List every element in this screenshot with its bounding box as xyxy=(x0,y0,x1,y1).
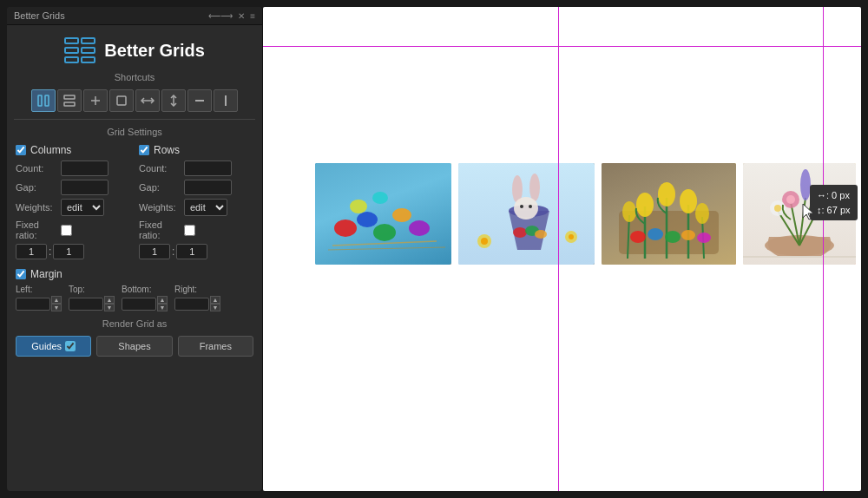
panel-titlebar: Better Grids ⟵⟶ ✕ ≡ xyxy=(7,7,262,25)
margin-top-spinners: ▲ ▼ xyxy=(104,296,115,311)
margin-top-input[interactable]: 100px xyxy=(69,298,103,311)
rows-ratio-input-1[interactable] xyxy=(139,244,170,259)
svg-line-25 xyxy=(328,247,445,250)
panel-logo: Better Grids xyxy=(7,25,262,72)
render-shapes-btn[interactable]: Shapes xyxy=(96,336,172,357)
margin-left-up[interactable]: ▲ xyxy=(51,296,62,304)
margin-bottom-spinners: ▲ ▼ xyxy=(157,296,168,311)
svg-point-17 xyxy=(334,220,357,237)
margin-right-input[interactable]: 100px xyxy=(174,298,209,311)
shortcut-minus-btn[interactable] xyxy=(187,89,212,112)
shortcut-arrows-btn[interactable] xyxy=(135,89,160,112)
columns-gap-input[interactable]: 50px xyxy=(61,180,108,195)
shortcut-rect-btn[interactable] xyxy=(109,89,134,112)
shortcut-add-btn[interactable] xyxy=(83,89,108,112)
svg-point-61 xyxy=(786,195,795,204)
svg-point-36 xyxy=(481,238,488,245)
photo-1-svg xyxy=(315,163,451,265)
margin-row: Left: 100px ▲ ▼ Top: 100px ▲ ▼ xyxy=(16,285,253,311)
photo-3-svg xyxy=(602,163,736,265)
margin-left-down[interactable]: ▼ xyxy=(51,304,62,311)
shortcut-vert-btn[interactable] xyxy=(161,89,186,112)
margin-top-up[interactable]: ▲ xyxy=(104,296,115,304)
columns-fixed-row: Fixed ratio: xyxy=(16,220,130,240)
columns-weights-select[interactable]: edit xyxy=(61,199,104,216)
columns-ratio-sep: : xyxy=(49,246,51,258)
rows-fixed-checkbox[interactable] xyxy=(184,225,195,236)
svg-point-31 xyxy=(529,205,532,208)
rows-checkbox[interactable] xyxy=(139,145,149,155)
margin-bottom-up[interactable]: ▲ xyxy=(157,296,168,304)
guides-checkbox[interactable] xyxy=(65,341,76,351)
rows-gap-label: Gap: xyxy=(139,182,184,193)
svg-point-23 xyxy=(372,192,388,204)
margin-left-input[interactable]: 100px xyxy=(16,298,50,311)
margin-bottom-label: Bottom: xyxy=(122,285,168,294)
margin-top-col: Top: 100px ▲ ▼ xyxy=(69,285,115,311)
svg-point-22 xyxy=(350,200,367,213)
margin-left-label: Left: xyxy=(16,285,62,294)
canvas-area: ↔: 0 px ↕: 67 px xyxy=(263,7,861,491)
margin-label: Margin xyxy=(30,268,62,280)
guide-h-top xyxy=(263,46,861,47)
rows-count-label: Count: xyxy=(139,163,184,174)
shortcut-pipe-icon xyxy=(220,95,232,107)
columns-count-input[interactable]: 2 xyxy=(61,161,108,176)
rows-ratio-input-2[interactable] xyxy=(176,244,207,259)
margin-right-label: Right: xyxy=(174,285,220,294)
menu-icon[interactable]: ≡ xyxy=(250,11,255,21)
rows-fixed-row: Fixed ratio: xyxy=(139,220,253,240)
rows-section: Rows Count: 3 Gap: 50px Weights: edit xyxy=(139,144,253,265)
margin-bottom-input[interactable]: 100px xyxy=(122,298,156,311)
margin-right-down[interactable]: ▼ xyxy=(210,304,220,311)
rows-gap-input[interactable]: 50px xyxy=(184,180,232,195)
columns-checkbox[interactable] xyxy=(16,145,26,155)
photo-2-svg xyxy=(458,163,595,265)
rows-weights-wrap: edit xyxy=(184,199,227,216)
margin-left-spinners: ▲ ▼ xyxy=(51,296,62,311)
grid-settings: Columns Count: 2 Gap: 50px Weights: edit xyxy=(7,144,262,265)
resize-icon[interactable]: ⟵⟶ xyxy=(208,11,233,21)
margin-left-col: Left: 100px ▲ ▼ xyxy=(16,285,62,311)
render-label: Render Grid as xyxy=(16,318,253,329)
margin-right-col: Right: 100px ▲ ▼ xyxy=(174,285,220,311)
svg-point-45 xyxy=(636,193,654,217)
photo-1 xyxy=(315,163,451,265)
svg-point-34 xyxy=(535,230,547,239)
divider-1 xyxy=(14,119,255,120)
columns-fixed-checkbox[interactable] xyxy=(61,225,72,236)
margin-top-down[interactable]: ▼ xyxy=(104,304,115,311)
columns-label: Columns xyxy=(30,144,71,156)
rows-weights-label: Weights: xyxy=(139,202,184,213)
photo-3 xyxy=(602,163,736,265)
margin-checkbox[interactable] xyxy=(16,269,26,279)
margin-top-wrap: 100px ▲ ▼ xyxy=(69,296,115,311)
shortcut-row-btn[interactable] xyxy=(57,89,82,112)
margin-left-wrap: 100px ▲ ▼ xyxy=(16,296,62,311)
svg-point-51 xyxy=(648,228,663,240)
shortcut-minus-icon xyxy=(194,95,206,107)
render-guides-btn[interactable]: Guides xyxy=(16,336,91,357)
shortcut-pipe-btn[interactable] xyxy=(214,89,238,112)
margin-right-up[interactable]: ▲ xyxy=(210,296,220,304)
render-frames-btn[interactable]: Frames xyxy=(178,336,253,357)
shortcut-col-btn[interactable] xyxy=(31,89,56,112)
shortcuts-label: Shortcuts xyxy=(7,72,262,82)
rows-weights-select[interactable]: edit xyxy=(184,199,227,216)
svg-rect-0 xyxy=(65,38,78,43)
svg-point-19 xyxy=(373,224,396,241)
svg-rect-3 xyxy=(82,48,95,53)
guide-v-left xyxy=(558,7,559,491)
close-icon[interactable]: ✕ xyxy=(238,11,245,21)
rows-weights-row: Weights: edit xyxy=(139,199,253,216)
shortcut-col-icon xyxy=(37,95,49,107)
margin-section: Margin Left: 100px ▲ ▼ Top: 100px ▲ xyxy=(7,268,262,311)
columns-ratio-input-1[interactable] xyxy=(16,244,47,259)
svg-point-46 xyxy=(658,182,675,206)
rows-count-input[interactable]: 3 xyxy=(184,161,232,176)
guide-v-right xyxy=(823,7,824,491)
shortcuts-bar xyxy=(7,88,262,119)
columns-ratio-input-2[interactable] xyxy=(53,244,84,259)
margin-bottom-down[interactable]: ▼ xyxy=(157,304,168,311)
svg-point-29 xyxy=(514,197,538,220)
